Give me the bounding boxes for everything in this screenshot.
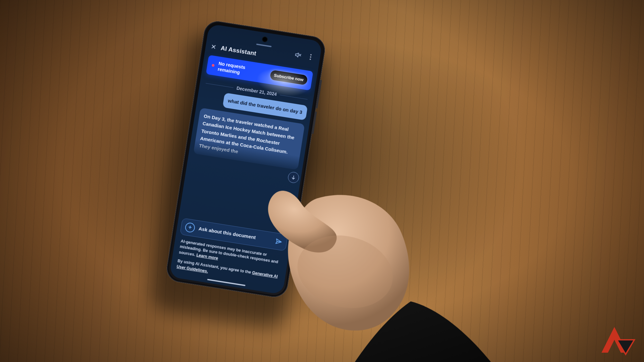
divider-line xyxy=(206,83,233,88)
speaker-muted-icon[interactable] xyxy=(294,51,302,59)
watermark-logo xyxy=(592,322,637,357)
chat-area: what did the traveler do on day 3 On Day… xyxy=(179,88,312,232)
alert-dot-icon xyxy=(212,64,214,67)
send-icon[interactable] xyxy=(274,237,283,246)
plus-circle-icon[interactable]: + xyxy=(185,222,195,233)
more-vertical-icon[interactable] xyxy=(307,53,315,61)
page-title: AI Assistant xyxy=(220,44,257,57)
banner-message: No requests remaining xyxy=(217,60,267,80)
divider-line xyxy=(280,95,308,99)
subscribe-button[interactable]: Subscribe now xyxy=(270,70,308,85)
scroll-to-bottom-button[interactable] xyxy=(287,171,300,184)
close-icon[interactable]: ✕ xyxy=(210,43,217,51)
